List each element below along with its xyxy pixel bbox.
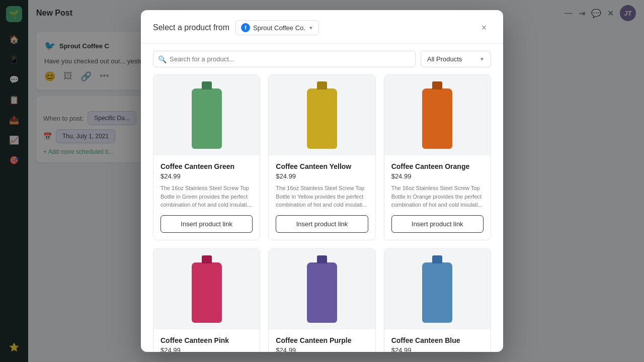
product-picker-modal: Select a product from f Sprout Coffee Co…: [141, 10, 503, 352]
product-card-green: Coffee Canteen Green $24.99 The 16oz Sta…: [153, 74, 260, 240]
product-image-orange: [384, 75, 491, 155]
product-card-orange: Coffee Canteen Orange $24.99 The 16oz St…: [384, 74, 491, 240]
filter-chevron-icon: ▼: [479, 56, 485, 62]
product-image-blue: [384, 249, 491, 329]
bottle-icon-purple: [307, 262, 337, 323]
product-price-blue: $24.99: [391, 346, 484, 352]
product-info-orange: Coffee Canteen Orange $24.99 The 16oz St…: [384, 155, 491, 240]
bottle-cap-blue: [432, 255, 442, 263]
modal-title-row: Select a product from f Sprout Coffee Co…: [153, 20, 319, 35]
search-input[interactable]: [153, 51, 416, 67]
product-info-purple: Coffee Canteen Purple $24.99 The 16oz St…: [269, 329, 375, 352]
product-info-yellow: Coffee Canteen Yellow $24.99 The 16oz St…: [269, 155, 375, 240]
bottle-cap-pink: [202, 255, 212, 263]
filter-select[interactable]: All Products ▼: [421, 51, 491, 67]
search-icon: 🔍: [158, 55, 167, 63]
bottle-icon-orange: [422, 88, 452, 149]
chevron-down-icon: ▼: [308, 25, 313, 31]
modal-overlay: Select a product from f Sprout Coffee Co…: [0, 0, 644, 362]
product-card-yellow: Coffee Canteen Yellow $24.99 The 16oz St…: [268, 74, 375, 240]
product-image-yellow: [269, 75, 375, 155]
search-box: 🔍: [153, 51, 416, 67]
product-name-orange: Coffee Canteen Orange: [391, 162, 484, 170]
bottle-cap-yellow: [317, 81, 327, 89]
product-price-purple: $24.99: [276, 346, 368, 352]
product-image-purple: [269, 249, 375, 329]
product-info-green: Coffee Canteen Green $24.99 The 16oz Sta…: [153, 155, 260, 240]
bottle-cap-green: [202, 81, 212, 89]
modal-header: Select a product from f Sprout Coffee Co…: [141, 10, 503, 44]
product-price-orange: $24.99: [391, 172, 484, 180]
product-card-blue: Coffee Canteen Blue $24.99 The 16oz Stai…: [384, 248, 491, 352]
product-image-green: [153, 75, 260, 155]
source-selector[interactable]: f Sprout Coffee Co. ▼: [235, 20, 319, 35]
bottle-cap-orange: [432, 81, 442, 89]
insert-link-button-yellow[interactable]: Insert product link: [276, 215, 368, 233]
product-desc-green: The 16oz Stainless Steel Screw Top Bottl…: [160, 184, 253, 209]
modal-search-row: 🔍 All Products ▼: [141, 44, 503, 74]
modal-title: Select a product from: [153, 23, 229, 32]
product-price-yellow: $24.99: [276, 172, 368, 180]
products-grid: Coffee Canteen Green $24.99 The 16oz Sta…: [153, 74, 491, 352]
product-name-pink: Coffee Canteen Pink: [160, 336, 253, 344]
bottle-icon-blue: [422, 262, 452, 323]
bottle-icon-green: [192, 88, 222, 149]
product-card-purple: Coffee Canteen Purple $24.99 The 16oz St…: [268, 248, 375, 352]
product-name-blue: Coffee Canteen Blue: [391, 336, 484, 344]
product-card-pink: Coffee Canteen Pink $24.99 The 16oz Stai…: [153, 248, 260, 352]
product-price-pink: $24.99: [160, 346, 253, 352]
product-name-yellow: Coffee Canteen Yellow: [276, 162, 368, 170]
product-name-green: Coffee Canteen Green: [160, 162, 253, 170]
product-price-green: $24.99: [160, 172, 253, 180]
product-desc-yellow: The 16oz Stainless Steel Screw Top Bottl…: [276, 184, 368, 209]
product-image-pink: [153, 249, 260, 329]
insert-link-button-orange[interactable]: Insert product link: [391, 215, 484, 233]
insert-link-button-green[interactable]: Insert product link: [160, 215, 253, 233]
modal-close-button[interactable]: ×: [477, 21, 491, 35]
bottle-icon-yellow: [307, 88, 337, 149]
bottle-cap-purple: [317, 255, 327, 263]
product-desc-orange: The 16oz Stainless Steel Screw Top Bottl…: [391, 184, 484, 209]
filter-label: All Products: [427, 55, 462, 63]
product-info-blue: Coffee Canteen Blue $24.99 The 16oz Stai…: [384, 329, 491, 352]
source-name: Sprout Coffee Co.: [253, 24, 305, 32]
bottle-icon-pink: [192, 262, 222, 323]
facebook-icon: f: [241, 23, 250, 32]
product-name-purple: Coffee Canteen Purple: [276, 336, 368, 344]
product-info-pink: Coffee Canteen Pink $24.99 The 16oz Stai…: [153, 329, 260, 352]
modal-body: Coffee Canteen Green $24.99 The 16oz Sta…: [141, 74, 503, 352]
